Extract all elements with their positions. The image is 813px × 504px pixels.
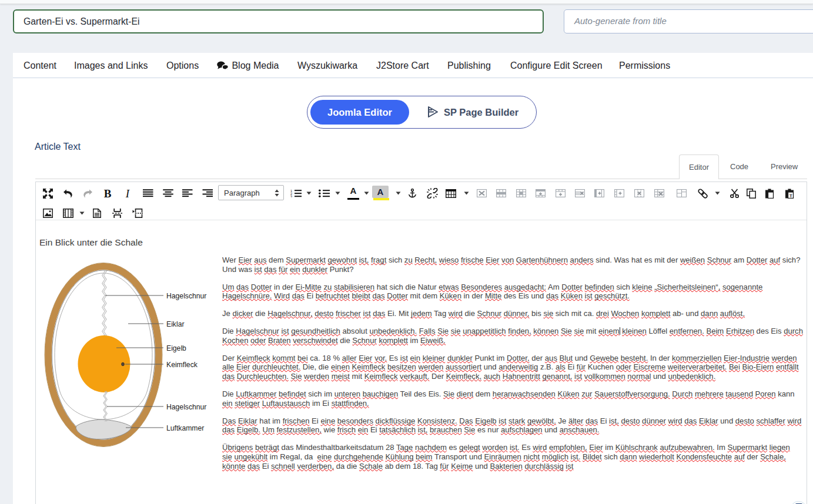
svg-text:Eiklar: Eiklar [166, 320, 184, 328]
svg-text:T: T [789, 193, 792, 198]
svg-text:Luftkammer: Luftkammer [166, 424, 204, 432]
svg-text:3: 3 [290, 195, 292, 198]
svg-text:Hagelschnur: Hagelschnur [166, 292, 206, 300]
svg-text:Hagelschnur: Hagelschnur [166, 403, 206, 411]
svg-text:Eigelb: Eigelb [166, 344, 186, 352]
svg-text:Keimfleck: Keimfleck [166, 361, 198, 369]
